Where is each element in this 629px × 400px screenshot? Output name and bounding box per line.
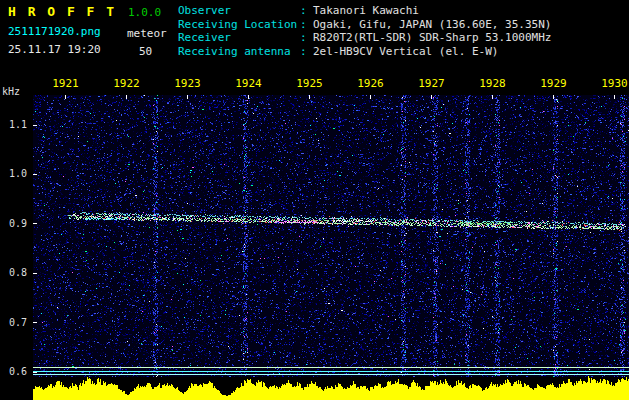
app-version: 1.0.0: [128, 6, 161, 19]
spectrogram-canvas: [33, 95, 629, 400]
x-tick-label: 1925: [296, 77, 323, 90]
info-colon: :: [300, 4, 313, 18]
y-tick-label: 1.1: [9, 119, 27, 130]
x-tick-label: 1928: [479, 77, 506, 90]
info-row-receiver: Receiver:R820T2(RTL-SDR) SDR-Sharp 53.10…: [178, 31, 551, 45]
x-axis-labels: 1921192219231924192519261927192819291930: [33, 77, 629, 90]
info-label: Observer: [178, 4, 300, 18]
x-tick-label: 1921: [52, 77, 79, 90]
x-tick-label: 1929: [540, 77, 567, 90]
info-row-antenna: Receiving antenna:2el-HB9CV Vertical (el…: [178, 45, 551, 59]
info-label: Receiving antenna: [178, 45, 300, 59]
info-row-observer: Observer:Takanori Kawachi: [178, 4, 551, 18]
x-tick-label: 1923: [174, 77, 201, 90]
x-tick-label: 1927: [418, 77, 445, 90]
y-axis-labels: 1.11.00.90.80.70.6: [0, 0, 30, 400]
info-label: Receiver: [178, 31, 300, 45]
mode-label: meteor: [127, 27, 167, 40]
info-value: Ogaki, Gifu, JAPAN (136.60E, 35.35N): [313, 18, 551, 32]
info-value: 2el-HB9CV Vertical (el. E-W): [313, 45, 498, 59]
x-tick-label: 1926: [357, 77, 384, 90]
station-info: Observer:Takanori Kawachi Receiving Loca…: [178, 4, 551, 58]
x-tick-label: 1930: [601, 77, 628, 90]
y-tick-label: 0.8: [9, 267, 27, 278]
y-tick-label: 1.0: [9, 168, 27, 179]
info-value: R820T2(RTL-SDR) SDR-Sharp 53.1000MHz: [313, 31, 551, 45]
gain-value: 50: [139, 45, 152, 58]
x-tick-label: 1922: [113, 77, 140, 90]
info-colon: :: [300, 18, 313, 32]
y-tick-label: 0.9: [9, 218, 27, 229]
x-tick-label: 1924: [235, 77, 262, 90]
info-row-location: Receiving Location:Ogaki, Gifu, JAPAN (1…: [178, 18, 551, 32]
info-label: Receiving Location: [178, 18, 300, 32]
info-value: Takanori Kawachi: [313, 4, 419, 18]
hrofft-screen: H R O F F T 1.0.0 2511171920.png meteor …: [0, 0, 629, 400]
y-tick-label: 0.6: [9, 366, 27, 377]
y-tick-label: 0.7: [9, 317, 27, 328]
info-colon: :: [300, 45, 313, 59]
info-colon: :: [300, 31, 313, 45]
